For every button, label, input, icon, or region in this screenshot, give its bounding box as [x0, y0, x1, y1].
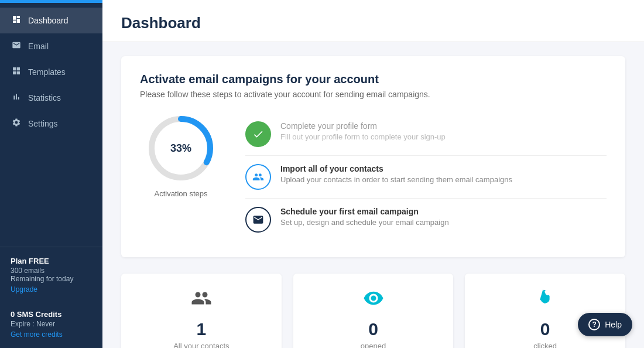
help-button[interactable]: ? Help	[578, 313, 632, 336]
step-campaign-text: Schedule your first email campaign Set u…	[280, 207, 449, 227]
plan-name: Plan FREE	[11, 257, 92, 265]
step-profile: Complete your profile form Fill out your…	[245, 113, 607, 156]
sidebar-item-email[interactable]: Email	[0, 33, 102, 59]
sidebar-nav: Dashboard Email Templates Statistics	[0, 3, 102, 247]
donut-caption: Activation steps	[154, 189, 207, 198]
donut-percent: 33%	[170, 142, 191, 155]
sidebar-item-statistics[interactable]: Statistics	[0, 85, 102, 111]
cursor-icon	[535, 288, 556, 313]
main-content: Dashboard Activate email campaigns for y…	[102, 0, 644, 348]
step-profile-icon	[245, 121, 271, 147]
stat-opened: 0 opened 0%	[293, 274, 454, 348]
step-campaign-desc: Set up, design and schedule your email c…	[280, 218, 449, 227]
eye-icon	[363, 288, 384, 313]
plan-remaining: Remaining for today	[11, 275, 92, 283]
sms-expire: Expire : Never	[11, 320, 92, 328]
step-campaign-icon	[245, 207, 271, 233]
statistics-icon	[11, 92, 22, 104]
activation-heading: Activate email campaigns for your accoun…	[140, 73, 607, 86]
donut-chart: 33%	[146, 113, 216, 183]
stat-clicked: 0 clicked 0%	[465, 274, 625, 348]
sidebar-item-statistics-label: Statistics	[28, 93, 61, 103]
opened-label: opened	[361, 342, 386, 348]
sidebar-item-dashboard[interactable]: Dashboard	[0, 8, 102, 33]
help-icon: ?	[588, 319, 600, 330]
sidebar-item-dashboard-label: Dashboard	[28, 16, 68, 25]
page-header: Dashboard	[102, 0, 644, 42]
step-contacts-desc: Upload your contacts in order to start s…	[280, 175, 512, 184]
upgrade-link[interactable]: Upgrade	[11, 285, 92, 294]
sidebar: Dashboard Email Templates Statistics	[0, 0, 102, 348]
contacts-label: All your contacts	[173, 342, 229, 348]
clicked-number: 0	[540, 319, 550, 339]
sidebar-item-settings-label: Settings	[28, 119, 58, 128]
sidebar-sms: 0 SMS Credits Expire : Never Get more cr…	[0, 303, 102, 348]
clicked-label: clicked	[533, 342, 557, 348]
main-body: Activate email campaigns for your accoun…	[102, 42, 644, 348]
stats-row: 1 All your contacts 0 opened 0% 0 clicke…	[121, 274, 625, 348]
steps-list: Complete your profile form Fill out your…	[245, 113, 607, 241]
contacts-icon	[191, 288, 212, 313]
step-contacts-icon	[245, 164, 271, 190]
dashboard-icon	[11, 15, 22, 26]
contacts-number: 1	[196, 319, 206, 339]
step-contacts-title: Import all of your contacts	[280, 164, 512, 173]
sms-credits-label: 0 SMS Credits	[11, 310, 92, 319]
settings-icon	[11, 118, 22, 129]
step-contacts: Import all of your contacts Upload your …	[245, 156, 607, 199]
step-profile-title: Complete your profile form	[280, 121, 446, 131]
sidebar-item-email-label: Email	[28, 42, 49, 51]
activation-body: 33% Activation steps Complete your profi…	[140, 113, 607, 241]
sidebar-item-templates-label: Templates	[28, 67, 66, 77]
activation-card: Activate email campaigns for your accoun…	[121, 56, 625, 257]
activation-description: Please follow these steps to activate yo…	[140, 90, 607, 99]
templates-icon	[11, 66, 22, 78]
email-icon	[11, 40, 22, 52]
sidebar-item-templates[interactable]: Templates	[0, 59, 102, 85]
step-campaign: Schedule your first email campaign Set u…	[245, 199, 607, 241]
step-profile-desc: Fill out your profile form to complete y…	[280, 132, 446, 141]
step-contacts-text: Import all of your contacts Upload your …	[280, 164, 512, 184]
stat-contacts: 1 All your contacts	[121, 274, 282, 348]
opened-number: 0	[368, 319, 378, 339]
step-profile-text: Complete your profile form Fill out your…	[280, 121, 446, 141]
donut-wrapper: 33% Activation steps	[140, 113, 222, 198]
plan-emails: 300 emails	[11, 267, 92, 275]
help-label: Help	[605, 320, 622, 329]
step-campaign-title: Schedule your first email campaign	[280, 207, 449, 216]
sidebar-item-settings[interactable]: Settings	[0, 111, 102, 137]
page-title: Dashboard	[121, 14, 625, 32]
get-more-credits-link[interactable]: Get more credits	[11, 330, 92, 339]
sidebar-plan: Plan FREE 300 emails Remaining for today…	[0, 247, 102, 303]
